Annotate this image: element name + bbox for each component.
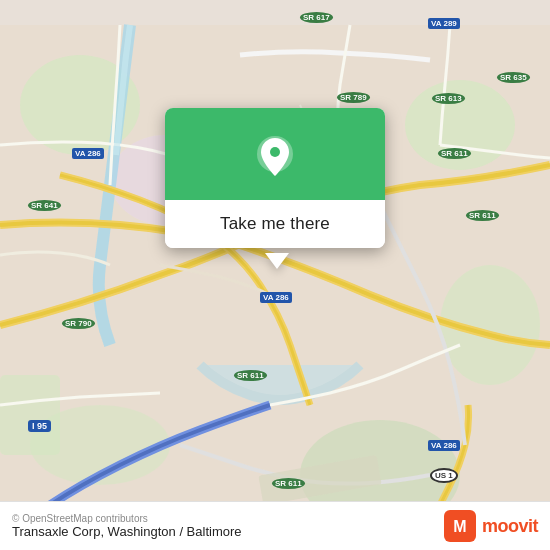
svg-point-10 xyxy=(270,147,280,157)
bottom-bar: © OpenStreetMap contributors Transaxle C… xyxy=(0,501,550,550)
location-pin-icon xyxy=(251,132,299,180)
road-badge-sr611a: SR 611 xyxy=(438,148,471,159)
popup-card: Take me there xyxy=(165,108,385,248)
road-badge-sr611d: SR 611 xyxy=(272,478,305,489)
road-badge-i95: I 95 xyxy=(28,420,51,432)
road-badge-sr635: SR 635 xyxy=(497,72,530,83)
svg-text:M: M xyxy=(453,518,466,535)
road-badge-sr611b: SR 611 xyxy=(466,210,499,221)
take-me-there-button[interactable]: Take me there xyxy=(165,200,385,248)
road-badge-va286a: VA 286 xyxy=(72,148,104,159)
popup-tail xyxy=(265,253,289,269)
map-background xyxy=(0,0,550,550)
map-container: SR 617 VA 289 SR 789 SR 613 SR 635 VA 28… xyxy=(0,0,550,550)
road-badge-va289: VA 289 xyxy=(428,18,460,29)
road-badge-va286b: VA 286 xyxy=(260,292,292,303)
popup-green-area xyxy=(165,108,385,200)
road-badge-us1: US 1 xyxy=(430,468,458,483)
bottom-info: © OpenStreetMap contributors Transaxle C… xyxy=(12,513,242,539)
moovit-text: moovit xyxy=(482,516,538,537)
location-title: Transaxle Corp, Washington / Baltimore xyxy=(12,524,242,539)
moovit-logo[interactable]: M moovit xyxy=(444,510,538,542)
moovit-icon: M xyxy=(444,510,476,542)
copyright-text: © OpenStreetMap contributors xyxy=(12,513,242,524)
road-badge-sr641: SR 641 xyxy=(28,200,61,211)
road-badge-sr790: SR 790 xyxy=(62,318,95,329)
road-badge-sr617: SR 617 xyxy=(300,12,333,23)
road-badge-sr789: SR 789 xyxy=(337,92,370,103)
road-badge-sr611c: SR 611 xyxy=(234,370,267,381)
road-badge-sr613: SR 613 xyxy=(432,93,465,104)
road-badge-va286c: VA 286 xyxy=(428,440,460,451)
